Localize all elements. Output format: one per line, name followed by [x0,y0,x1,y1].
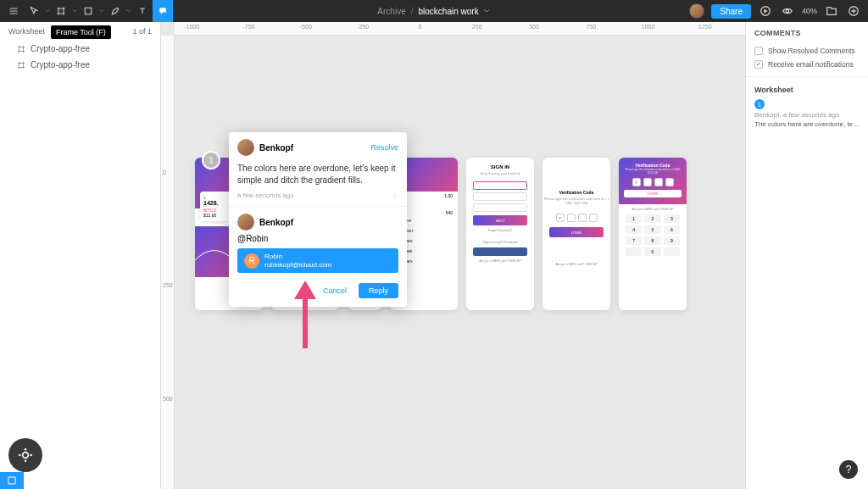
mention-name: Robin [264,253,331,261]
share-button[interactable]: Share [711,4,751,19]
resolve-button[interactable]: Resolve [370,143,398,152]
mention-email: robinkopf@icloud.com [264,261,331,270]
move-tool-caret[interactable] [44,8,51,14]
svg-point-6 [25,459,27,462]
comment-author-name: Benkopf [259,143,365,153]
thread-meta: Benkopf, a few seconds ago [754,111,860,119]
help-button[interactable]: ? [839,460,858,479]
reply-button[interactable]: Reply [359,283,398,298]
reply-author-name: Benkopf [259,218,293,227]
frame-icon [17,61,25,69]
zoom-level[interactable]: 40% [802,7,817,15]
svg-point-8 [30,454,31,457]
thread-number-badge: 1 [754,99,765,109]
svg-rect-0 [85,8,92,14]
doc-name: blockchain work [418,7,478,16]
text-tool[interactable] [132,0,153,22]
svg-point-4 [23,453,29,458]
page-indicator[interactable]: 1 of 1 [132,27,152,36]
comment-body: The colors here are overdone, let's keep… [229,163,407,192]
cancel-button[interactable]: Cancel [314,283,355,298]
shape-tool-caret[interactable] [98,8,105,14]
svg-point-2 [786,9,789,13]
reply-input[interactable]: @Robin [229,234,407,247]
view-settings-button[interactable] [780,3,795,19]
layer-label: Crypto-app-free [31,60,90,69]
layers-header-label: Worksheet [8,27,45,36]
comment-timestamp: a few seconds ago [237,192,294,199]
thread-preview: The colors here are overdone, let's keep [754,120,860,129]
pen-tool-caret[interactable] [125,8,132,14]
svg-point-7 [19,454,21,457]
artboard-signin[interactable]: SIGN IN Sing in using your email id NEXT… [466,158,534,310]
library-button[interactable] [824,3,839,19]
ruler-vertical: 0250500 [161,36,175,489]
layer-label: Crypto-app-free [31,44,90,53]
comments-panel: COMMENTS Show Resolved Comments Receive … [745,22,868,489]
comment-popover: Benkopf Resolve The colors here are over… [229,132,407,307]
user-avatar[interactable] [689,3,704,19]
add-button[interactable] [846,3,861,19]
comment-author-avatar [237,139,254,156]
comment-more-icon[interactable]: ⋮ [392,192,398,199]
frame-icon [17,45,25,53]
top-toolbar: Frame Tool (F) Archive / blockchain work… [0,0,868,22]
frame-tool[interactable] [51,0,71,22]
move-tool[interactable] [24,0,44,22]
comment-tool[interactable] [153,0,173,22]
shape-tool[interactable] [78,0,98,22]
artboard-verify-1[interactable]: Verification Code Please type the verifi… [542,158,610,310]
chevron-down-icon [484,7,491,16]
layer-item[interactable]: Crypto-app-free [0,57,160,73]
bottom-corner-tool[interactable] [0,472,24,489]
comments-panel-title: COMMENTS [746,22,868,44]
show-resolved-toggle[interactable]: Show Resolved Comments [746,44,868,58]
mention-avatar-initial: R [244,253,259,269]
layer-item[interactable]: Crypto-app-free [0,41,160,57]
comment-pin[interactable]: 1 [202,151,220,169]
menu-button[interactable] [3,0,24,22]
layers-panel: Worksheet 1 of 1 Crypto-app-free Crypto-… [0,22,161,489]
svg-point-5 [25,448,27,451]
comment-thread-item[interactable]: 1 Benkopf, a few seconds ago The colors … [746,96,868,132]
document-title[interactable]: Archive / blockchain work [377,7,490,16]
ruler-horizontal: -1000-750-500-250025050075010001250 [175,22,745,36]
frame-tool-tooltip: Frame Tool (F) [51,25,111,39]
canvas[interactable]: -1000-750-500-250025050075010001250 0250… [161,22,745,489]
comments-section-header: Worksheet [746,82,868,96]
present-button[interactable] [758,3,773,19]
breadcrumb-archive: Archive [377,7,405,16]
email-notify-toggle[interactable]: Receive email notifications [746,58,868,71]
pen-tool[interactable] [105,0,125,22]
lens-button[interactable] [8,438,42,472]
frame-tool-caret[interactable] [71,8,78,14]
artboard-verify-2[interactable]: Verification Code Please type the verifi… [619,158,687,310]
annotation-arrow [292,281,318,352]
mention-suggestion[interactable]: R Robin robinkopf@icloud.com [237,248,398,273]
reply-author-avatar [237,214,254,231]
